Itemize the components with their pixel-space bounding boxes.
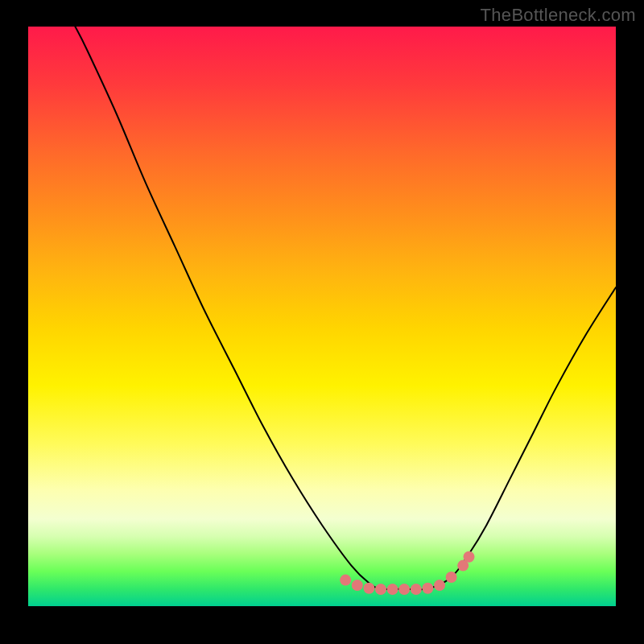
curve-line bbox=[75, 27, 616, 589]
marker-dot bbox=[340, 575, 351, 586]
plot-area bbox=[28, 27, 616, 606]
marker-dot bbox=[352, 580, 363, 591]
marker-dot bbox=[446, 572, 457, 583]
marker-dot bbox=[375, 584, 386, 595]
marker-dot bbox=[464, 551, 475, 563]
marker-dot bbox=[398, 584, 410, 595]
marker-dot bbox=[387, 584, 398, 595]
marker-dot bbox=[363, 583, 374, 594]
marker-dot bbox=[434, 580, 445, 591]
marker-dots bbox=[340, 551, 474, 595]
marker-dot bbox=[422, 583, 433, 594]
chart-svg bbox=[28, 27, 616, 606]
marker-dot bbox=[411, 584, 422, 595]
watermark-text: TheBottleneck.com bbox=[481, 5, 636, 26]
